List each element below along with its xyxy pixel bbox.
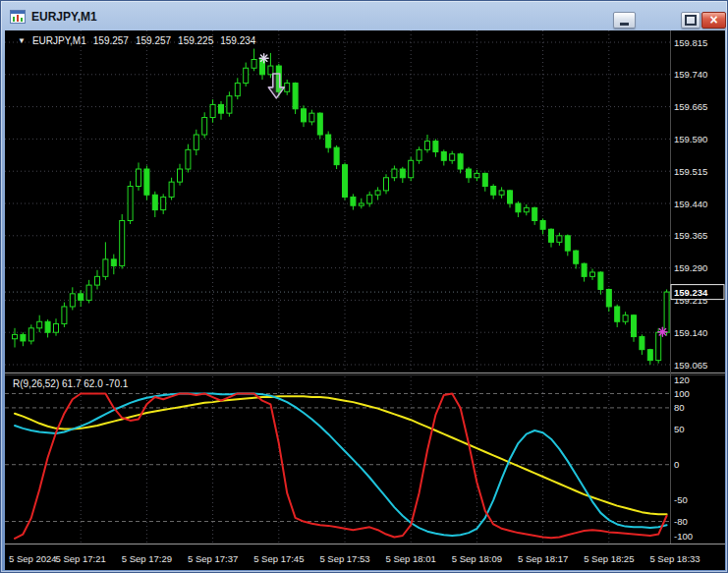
indicator-line-slow-yellow — [15, 396, 667, 514]
candle-body — [409, 160, 414, 177]
candle-body — [62, 307, 67, 323]
candle-body — [285, 84, 290, 92]
candle-body — [467, 169, 472, 178]
indicator-axis-label: -80 — [674, 516, 688, 527]
indicator-line-fast-red — [15, 393, 667, 538]
candle-body — [441, 152, 446, 161]
indicator-axis-label: 120 — [674, 374, 690, 385]
time-axis-label: 5 Sep 18:01 — [386, 553, 436, 564]
candle-body — [574, 251, 579, 263]
candle-body — [623, 315, 628, 322]
candle-body — [565, 236, 570, 251]
price-axis-label: 159.665 — [674, 101, 707, 112]
candle-body — [120, 220, 125, 265]
candle-body — [516, 203, 521, 212]
candle-body — [317, 113, 322, 135]
candle-body — [482, 173, 487, 186]
candle-body — [433, 142, 438, 152]
candle-body — [152, 195, 157, 209]
candle-body — [590, 272, 595, 276]
candle-body — [367, 195, 372, 203]
time-axis-label: 5 Sep 17:37 — [188, 553, 238, 564]
candle-body — [557, 236, 562, 243]
candle-body — [375, 191, 380, 195]
price-axis-label: 159.815 — [674, 37, 707, 48]
indicator-axis-label: 50 — [674, 424, 685, 434]
candle-body — [293, 84, 298, 109]
candle-body — [128, 187, 133, 221]
indicator-axis-label: -100 — [674, 531, 693, 542]
candle-body — [615, 307, 620, 321]
candle-body — [28, 328, 33, 341]
indicator-axis-label: 100 — [674, 388, 690, 399]
candle-body — [475, 173, 479, 177]
price-axis-label: 159.590 — [674, 134, 707, 144]
candle-body — [169, 182, 174, 197]
indicator-axis-label: 0 — [674, 459, 679, 470]
candle-body — [334, 147, 339, 164]
price-chart-canvas[interactable]: 159.815159.740159.665159.590159.515159.4… — [5, 30, 725, 570]
candle-body — [664, 292, 669, 332]
restore-icon — [685, 15, 697, 26]
price-axis-label: 159.740 — [674, 69, 707, 80]
candle-body — [508, 191, 513, 203]
mt4-chart-window: EURJPY,M1 × 159.815159.740159.665159.590… — [0, 0, 728, 573]
candle-body — [161, 197, 166, 209]
candle-body — [532, 207, 537, 220]
minimize-button[interactable] — [613, 12, 636, 29]
candle-body — [491, 187, 496, 196]
candle-body — [606, 289, 611, 306]
chart-client-area: 159.815159.740159.665159.590159.515159.4… — [5, 30, 725, 570]
candle-body — [309, 113, 314, 122]
candle-body — [351, 197, 356, 205]
indicator-axis-label: 80 — [674, 402, 685, 413]
candle-body — [499, 191, 504, 195]
candle-body — [21, 334, 26, 341]
candle-body — [202, 118, 207, 135]
price-axis-label: 159.290 — [674, 262, 707, 273]
time-axis-label: 5 Sep 17:45 — [253, 553, 304, 564]
candle-body — [549, 229, 554, 242]
candle-body — [54, 323, 59, 332]
candle-body — [86, 285, 91, 300]
price-axis-label: 159.365 — [674, 230, 707, 241]
candle-body — [359, 203, 364, 205]
price-axis-label: 159.440 — [674, 199, 707, 209]
time-axis-label: 5 Sep 18:17 — [518, 553, 568, 564]
candle-body — [598, 272, 603, 289]
candle-body — [210, 104, 215, 117]
candle-body — [235, 84, 240, 96]
candle-body — [640, 337, 644, 350]
candle-body — [219, 104, 224, 113]
window-titlebar[interactable]: EURJPY,M1 × — [4, 3, 724, 29]
candle-body — [656, 332, 661, 360]
candle-body — [186, 149, 191, 169]
candle-body — [343, 165, 348, 198]
time-axis-label: 5 Sep 18:33 — [649, 553, 700, 564]
close-icon: × — [709, 13, 717, 27]
time-axis-label: 5 Sep 2024 — [9, 553, 57, 564]
indicator-line-mid-cyan — [15, 393, 667, 536]
candle-body — [392, 169, 397, 178]
time-axis-label: 5 Sep 17:29 — [122, 553, 172, 564]
restore-button[interactable] — [681, 12, 700, 29]
candle-body — [252, 59, 256, 68]
candle-body — [582, 263, 587, 276]
candle-body — [95, 276, 100, 285]
candle-body — [417, 149, 421, 160]
candle-body — [524, 207, 529, 211]
candle-body — [137, 169, 141, 186]
price-axis-label: 159.515 — [674, 166, 707, 177]
candle-body — [326, 135, 331, 147]
time-axis-label: 5 Sep 18:09 — [452, 553, 502, 564]
close-button[interactable]: × — [701, 12, 726, 29]
candle-body — [178, 169, 183, 182]
candle-body — [111, 259, 116, 266]
candle-body — [227, 96, 232, 113]
time-axis-label: 5 Sep 17:53 — [319, 553, 369, 564]
candle-body — [450, 154, 455, 161]
candle-body — [70, 294, 75, 307]
current-price-label: 159.234 — [674, 287, 708, 298]
price-axis-label: 159.065 — [674, 360, 707, 371]
minimize-icon — [620, 23, 629, 26]
